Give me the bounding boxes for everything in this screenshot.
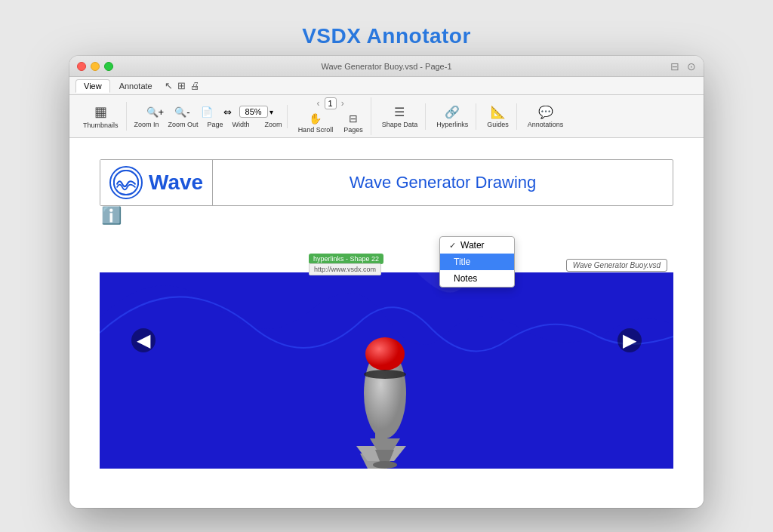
logo-section: Wave: [100, 160, 213, 205]
title-section: Wave Generator Drawing: [213, 160, 673, 205]
dropdown-item-notes[interactable]: Notes: [440, 270, 514, 287]
chevron-right-icon[interactable]: ›: [341, 98, 344, 109]
width-icon: ⇔: [223, 106, 232, 118]
page-label: Page: [208, 121, 223, 128]
zoom-row-bottom: Zoom In Zoom Out Page Width Zoom: [134, 121, 282, 128]
guides-button[interactable]: 📐 Guides: [484, 103, 512, 130]
nav-right-button[interactable]: ▶: [617, 328, 642, 352]
ribbon: View Annotate ↖ ⊞ 🖨 ▦ Thumbnails: [69, 77, 704, 138]
drawing-area: ◀ ▶: [100, 212, 673, 469]
canvas-area: hyperlinks - Shape 22 http://www.vsdx.co…: [69, 138, 704, 508]
nav-row-top: ‹ 1 ›: [317, 97, 344, 109]
svg-point-7: [364, 370, 406, 379]
wave-svg: [113, 170, 139, 195]
dropdown-label-notes: Notes: [454, 273, 477, 284]
tab-annotate[interactable]: Annotate: [112, 80, 160, 92]
toolbar-group-thumbnails: ▦ Thumbnails: [75, 102, 127, 131]
toolbar-group-hyperlinks: 🔗 Hyperlinks: [429, 103, 476, 130]
dropdown-item-water[interactable]: ✓ Water: [440, 237, 514, 254]
zoom-out-button[interactable]: 🔍-: [171, 105, 192, 119]
shape-data-label: Shape Data: [382, 121, 418, 128]
toolbar-group-nav: ‹ 1 › ✋ Hand Scroll ⊟ Pages: [291, 97, 371, 135]
app-title: VSDX Annotator: [302, 24, 471, 48]
hyperlinks-button[interactable]: 🔗 Hyperlinks: [433, 103, 471, 130]
window: Wave Generator Buoy.vsd - Page-1 ⊟ ⊙ Vie…: [69, 56, 704, 508]
shape-data-icon: ☰: [394, 105, 405, 119]
wave-drawing-svg: [100, 212, 673, 469]
tooltip-url: http://www.vsdx.com: [309, 263, 381, 275]
zoom-out-icon: 🔍-: [174, 106, 189, 118]
cursor-icon: ↖: [165, 80, 173, 91]
file-label: Wave Generator Buoy.vsd: [566, 259, 667, 272]
thumbnails-button[interactable]: ▦ Thumbnails: [80, 102, 122, 131]
svg-point-10: [373, 461, 397, 469]
check-icon-water: ✓: [449, 241, 456, 251]
hand-scroll-button[interactable]: ✋ Hand Scroll: [295, 111, 337, 135]
hand-scroll-icon: ✋: [309, 112, 322, 125]
thumbnails-icon: ▦: [94, 103, 107, 120]
logo-text: Wave: [149, 171, 203, 195]
zoom-label: Zoom: [265, 121, 282, 128]
wave-logo: [109, 166, 143, 199]
toolbar: ▦ Thumbnails 🔍+ 🔍- 📄: [69, 95, 704, 137]
annotations-button[interactable]: 💬 Annotations: [525, 103, 567, 130]
svg-point-6: [365, 337, 405, 371]
toolbar-group-zoom: 🔍+ 🔍- 📄 ⇔ 85% ▾: [130, 105, 288, 128]
zoom-in-icon: 🔍+: [146, 106, 165, 118]
pages-icon: ⊟: [349, 112, 358, 125]
zoom-value[interactable]: 85%: [239, 106, 268, 118]
traffic-lights: [77, 62, 113, 71]
maximize-button[interactable]: [104, 62, 113, 71]
diagram-header: Wave Wave Generator Drawing: [100, 159, 673, 206]
thumbnails-label: Thumbnails: [83, 121, 119, 129]
window-title: Wave Generator Buoy.vsd - Page-1: [321, 62, 451, 71]
toolbar-group-annotations: 💬 Annotations: [520, 103, 571, 130]
hyperlinks-label: Hyperlinks: [436, 121, 468, 128]
toolbar-group-view: ☰ Shape Data: [374, 103, 427, 130]
dropdown-label-title: Title: [454, 257, 470, 267]
left-arrow-icon: ◀: [137, 330, 150, 351]
layout-icon: ⊞: [177, 80, 186, 91]
pages-button[interactable]: ⊟ Pages: [340, 111, 366, 135]
zoom-in-label: Zoom In: [134, 121, 159, 128]
annotations-icon: 💬: [538, 105, 553, 119]
title-bar: Wave Generator Buoy.vsd - Page-1 ⊟ ⊙: [69, 56, 704, 77]
account-icon: ⊙: [687, 60, 696, 72]
chevron-left-icon[interactable]: ‹: [317, 98, 320, 109]
zoom-dropdown-icon[interactable]: ▾: [269, 108, 273, 116]
nav-row-bottom: ✋ Hand Scroll ⊟ Pages: [295, 111, 366, 135]
page-number: 1: [325, 97, 337, 109]
page-button[interactable]: 📄: [198, 105, 216, 119]
zoom-control[interactable]: 85% ▾: [239, 106, 273, 118]
nav-left-button[interactable]: ◀: [131, 328, 156, 352]
dropdown-item-title[interactable]: Title: [440, 254, 514, 270]
zoom-out-label: Zoom Out: [168, 121, 199, 128]
hyperlinks-icon: 🔗: [445, 105, 460, 119]
airplay-icon: ⊟: [670, 60, 679, 72]
minimize-button[interactable]: [91, 62, 100, 71]
zoom-in-button[interactable]: 🔍+: [143, 105, 168, 119]
close-button[interactable]: [77, 62, 86, 71]
annotations-label: Annotations: [528, 121, 564, 128]
tooltip-bubble: hyperlinks - Shape 22: [309, 254, 383, 264]
toolbar-group-guides: 📐 Guides: [479, 103, 517, 130]
dropdown-popup: ✓ Water Title Notes: [439, 236, 515, 288]
tab-view[interactable]: View: [75, 79, 110, 93]
shape-data-button[interactable]: ☰ Shape Data: [379, 103, 421, 130]
app-wrapper: VSDX Annotator Wave Generator Buoy.vsd -…: [69, 24, 704, 508]
diagram-title: Wave Generator Drawing: [350, 173, 536, 192]
print-icon: 🖨: [190, 80, 200, 91]
guides-icon: 📐: [491, 105, 506, 119]
pages-label: Pages: [343, 126, 363, 134]
width-button[interactable]: ⇔: [220, 105, 235, 119]
guides-label: Guides: [487, 121, 509, 128]
width-label: Width: [233, 121, 250, 128]
zoom-row-top: 🔍+ 🔍- 📄 ⇔ 85% ▾: [143, 105, 273, 119]
hand-scroll-label: Hand Scroll: [298, 126, 334, 134]
page-icon: 📄: [201, 106, 213, 118]
ribbon-tabs: View Annotate ↖ ⊞ 🖨: [69, 77, 704, 95]
right-arrow-icon: ▶: [623, 330, 636, 351]
dropdown-label-water: Water: [460, 240, 485, 251]
title-bar-right: ⊟ ⊙: [670, 60, 696, 72]
